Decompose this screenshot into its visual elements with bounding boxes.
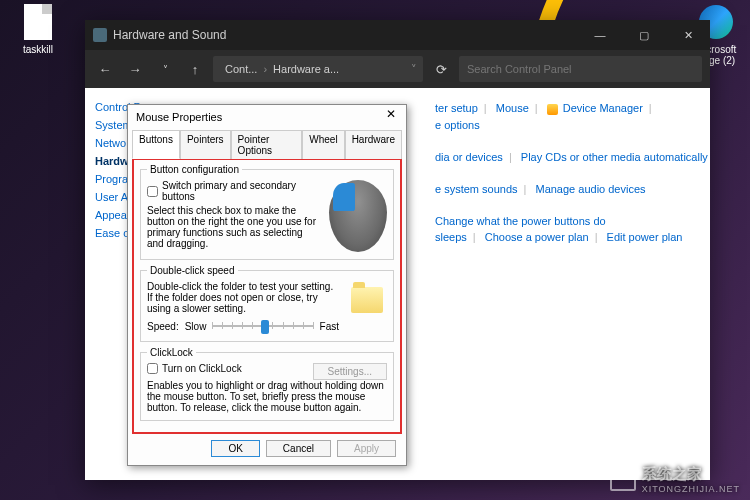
window-title: Hardware and Sound [113, 28, 226, 42]
link-media-devices[interactable]: dia or devices [435, 151, 503, 163]
tab-pointer-options[interactable]: Pointer Options [231, 130, 303, 159]
group-legend: Button configuration [147, 164, 242, 175]
desktop-icon-label: taskkill [8, 44, 68, 55]
back-button[interactable]: ← [93, 62, 117, 77]
clicklock-desc: Enables you to highlight or drag without… [147, 380, 387, 413]
file-icon [24, 4, 52, 40]
chevron-right-icon: › [263, 63, 267, 75]
clicklock-group: ClickLock Settings... Turn on ClickLock … [140, 347, 394, 421]
link-audio-devices[interactable]: Manage audio devices [535, 183, 645, 195]
double-click-group: Double-click speed Double-click the fold… [140, 265, 394, 342]
clicklock-label: Turn on ClickLock [162, 363, 242, 374]
breadcrumb-item[interactable]: Hardware a... [273, 63, 339, 75]
dialog-button-row: OK Cancel Apply [128, 434, 406, 465]
mouse-properties-dialog: Mouse Properties ✕ Buttons Pointers Poin… [127, 104, 407, 466]
speed-label: Speed: [147, 321, 179, 332]
group-legend: ClickLock [147, 347, 196, 358]
maximize-button[interactable]: ▢ [622, 20, 666, 50]
clicklock-checkbox[interactable] [147, 363, 158, 374]
link-power-buttons[interactable]: Change what the power buttons do [435, 215, 606, 227]
slow-label: Slow [185, 321, 207, 332]
tab-hardware[interactable]: Hardware [345, 130, 402, 159]
refresh-button[interactable]: ⟳ [429, 62, 453, 77]
mouse-preview-icon [329, 180, 387, 252]
group-legend: Double-click speed [147, 265, 238, 276]
nav-bar: ← → ˅ ↑ Cont... › Hardware a... ˅ ⟳ [85, 50, 710, 88]
dialog-close-button[interactable]: ✕ [378, 107, 404, 127]
search-input[interactable] [459, 56, 702, 82]
breadcrumb-item[interactable]: Cont... [225, 63, 257, 75]
clicklock-settings-button: Settings... [313, 363, 387, 380]
close-button[interactable]: ✕ [666, 20, 710, 50]
shield-icon [547, 104, 558, 115]
breadcrumb[interactable]: Cont... › Hardware a... ˅ [213, 56, 423, 82]
cancel-button[interactable]: Cancel [266, 440, 331, 457]
link-edit-plan[interactable]: Edit power plan [607, 231, 683, 243]
control-panel-icon [93, 28, 107, 42]
link-mouse[interactable]: Mouse [496, 102, 529, 114]
link-options[interactable]: e options [435, 119, 480, 131]
recent-dropdown[interactable]: ˅ [153, 64, 177, 75]
tab-pointers[interactable]: Pointers [180, 130, 231, 159]
tab-strip: Buttons Pointers Pointer Options Wheel H… [128, 129, 406, 158]
folder-icon[interactable] [351, 287, 383, 313]
up-button[interactable]: ↑ [183, 62, 207, 77]
slider-thumb[interactable] [261, 320, 269, 334]
fast-label: Fast [320, 321, 339, 332]
ok-button[interactable]: OK [211, 440, 259, 457]
watermark: 系统之家 XITONGZHIJIA.NET [610, 465, 740, 494]
watermark-url: XITONGZHIJIA.NET [642, 484, 740, 494]
button-config-desc: Select this check box to make the button… [147, 205, 321, 249]
link-device-manager[interactable]: Device Manager [563, 102, 643, 114]
double-click-speed-slider[interactable] [212, 318, 313, 334]
link-printer-setup[interactable]: ter setup [435, 102, 478, 114]
watermark-text: 系统之家 [642, 465, 702, 482]
link-system-sounds[interactable]: e system sounds [435, 183, 518, 195]
forward-button[interactable]: → [123, 62, 147, 77]
tab-wheel[interactable]: Wheel [302, 130, 344, 159]
apply-button: Apply [337, 440, 396, 457]
dialog-title-bar[interactable]: Mouse Properties ✕ [128, 105, 406, 129]
desktop-icon-taskkill[interactable]: taskkill [8, 4, 68, 55]
button-configuration-group: Button configuration Switch primary and … [140, 164, 394, 260]
tab-buttons[interactable]: Buttons [132, 130, 180, 159]
tab-body: Button configuration Switch primary and … [132, 158, 402, 434]
switch-buttons-checkbox[interactable] [147, 186, 158, 197]
link-sleeps[interactable]: sleeps [435, 231, 467, 243]
dialog-title: Mouse Properties [136, 111, 222, 123]
title-bar: Hardware and Sound — ▢ ✕ [85, 20, 710, 50]
link-choose-plan[interactable]: Choose a power plan [485, 231, 589, 243]
link-play-cds[interactable]: Play CDs or other media automatically [521, 151, 708, 163]
minimize-button[interactable]: — [578, 20, 622, 50]
double-click-desc: Double-click the folder to test your set… [147, 281, 339, 314]
switch-buttons-label: Switch primary and secondary buttons [162, 180, 321, 202]
house-icon [610, 469, 636, 491]
chevron-down-icon[interactable]: ˅ [411, 63, 417, 76]
